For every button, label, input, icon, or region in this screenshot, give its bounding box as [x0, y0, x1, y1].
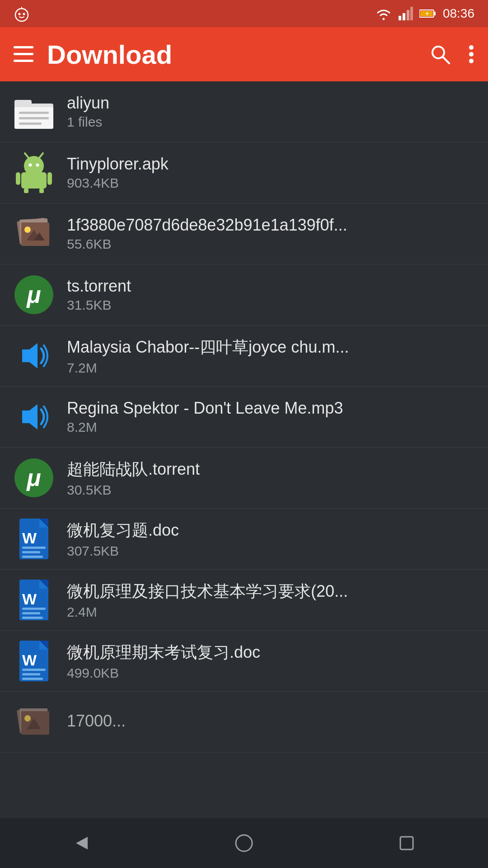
file-size: 1 files	[67, 114, 474, 130]
svg-marker-70	[76, 837, 88, 849]
word-doc-icon: W	[14, 641, 54, 681]
torrent-icon: μ	[14, 274, 54, 315]
file-name: Malaysia Chabor--四叶草joyce chu.m...	[67, 336, 451, 359]
list-item[interactable]: aliyun 1 files	[0, 81, 488, 142]
svg-rect-24	[19, 117, 49, 119]
list-item[interactable]: W 微机原理及接口技术基本学习要求(20... 2.4M	[0, 570, 488, 631]
file-name: 17000...	[67, 712, 451, 731]
svg-rect-64	[22, 678, 43, 680]
list-item[interactable]: W 微机原理期末考试复习.doc 499.0KB	[0, 631, 488, 692]
status-bar: 08:36	[0, 0, 488, 27]
list-item[interactable]: W 微机复习题.doc 307.5KB	[0, 509, 488, 570]
svg-rect-56	[22, 612, 40, 614]
svg-rect-6	[407, 10, 409, 20]
list-item[interactable]: μ ts.torrent 31.5KB	[0, 264, 488, 326]
svg-text:W: W	[22, 590, 37, 608]
svg-rect-32	[16, 172, 20, 185]
app-bar-actions	[430, 44, 474, 64]
word-doc-icon: W	[14, 580, 54, 620]
apk-icon	[14, 152, 54, 193]
file-name: 1f3880e7087d6de8e32b91e1a139f0f...	[67, 216, 451, 235]
file-size: 55.6KB	[67, 236, 474, 252]
svg-rect-13	[14, 53, 33, 55]
svg-rect-57	[22, 617, 43, 619]
file-size: 2.4M	[67, 604, 474, 620]
file-info: ts.torrent 31.5KB	[67, 277, 474, 313]
file-info: 微机原理期末考试复习.doc 499.0KB	[67, 642, 474, 681]
svg-rect-7	[410, 7, 413, 20]
svg-point-71	[236, 835, 252, 851]
recents-button[interactable]	[380, 825, 434, 861]
list-item[interactable]: Tinyplorer.apk 903.4KB	[0, 142, 488, 203]
torrent-icon: μ	[14, 458, 54, 498]
list-item[interactable]: Regina Spektor - Don't Leave Me.mp3 8.2M	[0, 387, 488, 448]
svg-rect-4	[399, 16, 401, 20]
svg-point-1	[19, 13, 21, 15]
file-size: 8.2M	[67, 420, 474, 435]
list-item[interactable]: μ 超能陆战队.torrent 30.5KB	[0, 448, 488, 509]
audio-icon	[14, 396, 54, 437]
svg-text:W: W	[22, 529, 37, 547]
page-title: Download	[47, 39, 417, 70]
svg-rect-25	[19, 123, 42, 125]
battery-icon	[419, 8, 436, 19]
menu-button[interactable]	[14, 46, 33, 62]
file-info: 超能陆战队.torrent 30.5KB	[67, 458, 474, 498]
svg-rect-72	[400, 837, 413, 849]
file-info: 微机原理及接口技术基本学习要求(20... 2.4M	[67, 580, 474, 620]
home-button[interactable]	[217, 825, 271, 861]
svg-rect-34	[24, 188, 28, 193]
svg-marker-43	[22, 404, 38, 429]
search-button[interactable]	[430, 44, 450, 64]
svg-point-69	[24, 715, 31, 722]
navigation-bar	[0, 818, 488, 868]
svg-marker-42	[22, 343, 38, 368]
svg-rect-22	[14, 100, 32, 107]
svg-point-0	[15, 9, 28, 21]
list-item[interactable]: 17000...	[0, 692, 488, 753]
svg-rect-35	[39, 188, 44, 193]
list-item[interactable]: 1f3880e7087d6de8e32b91e1a139f0f... 55.6K…	[0, 203, 488, 264]
svg-rect-49	[22, 551, 40, 553]
svg-rect-12	[14, 46, 33, 48]
file-info: Tinyplorer.apk 903.4KB	[67, 155, 474, 191]
svg-rect-31	[21, 172, 47, 189]
svg-point-29	[29, 164, 32, 167]
file-info: Regina Spektor - Don't Leave Me.mp3 8.2M	[67, 399, 474, 435]
file-name: 微机原理及接口技术基本学习要求(20...	[67, 580, 451, 603]
file-name: 超能陆战队.torrent	[67, 458, 451, 481]
list-item[interactable]: Malaysia Chabor--四叶草joyce chu.m... 7.2M	[0, 326, 488, 387]
file-info: aliyun 1 files	[67, 94, 474, 130]
file-name: Regina Spektor - Don't Leave Me.mp3	[67, 399, 451, 418]
svg-rect-63	[22, 673, 40, 675]
word-doc-icon: W	[14, 519, 54, 559]
more-options-button[interactable]	[468, 44, 474, 64]
wifi-icon	[375, 7, 392, 20]
svg-rect-62	[22, 669, 46, 671]
svg-point-41	[24, 226, 31, 233]
svg-point-2	[23, 13, 25, 15]
app-bar: Download	[0, 27, 488, 81]
audio-icon	[14, 335, 54, 376]
file-size: 7.2M	[67, 360, 474, 376]
file-list: aliyun 1 files	[0, 81, 488, 807]
svg-point-17	[469, 45, 474, 50]
svg-line-27	[25, 153, 28, 158]
file-size: 31.5KB	[67, 297, 474, 313]
svg-rect-14	[14, 60, 33, 62]
file-name: aliyun	[67, 94, 451, 113]
file-name: Tinyplorer.apk	[67, 155, 451, 174]
status-icons: 08:36	[375, 6, 474, 21]
file-info: 1f3880e7087d6de8e32b91e1a139f0f... 55.6K…	[67, 216, 474, 252]
notification-icon	[14, 7, 30, 23]
svg-rect-9	[434, 12, 436, 15]
svg-point-30	[36, 164, 39, 167]
file-size: 307.5KB	[67, 543, 474, 559]
signal-icon	[399, 7, 413, 20]
svg-rect-33	[47, 172, 52, 185]
svg-text:W: W	[22, 651, 37, 669]
file-info: Malaysia Chabor--四叶草joyce chu.m... 7.2M	[67, 336, 474, 376]
back-button[interactable]	[54, 825, 108, 861]
file-name: ts.torrent	[67, 277, 451, 296]
folder-icon	[14, 91, 54, 132]
